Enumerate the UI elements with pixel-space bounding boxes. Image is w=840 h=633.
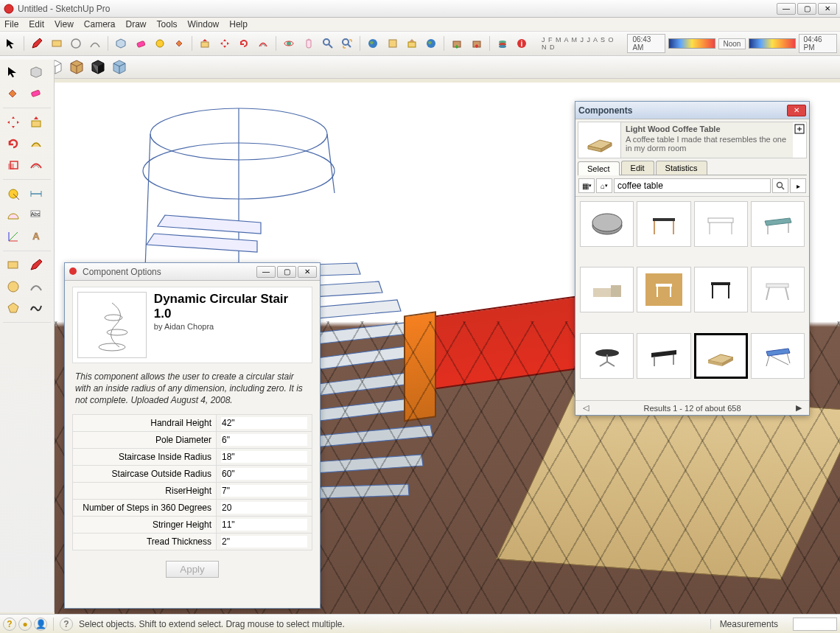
- time-evening[interactable]: 04:46 PM: [799, 34, 837, 53]
- arc-sidebar-icon[interactable]: [26, 277, 46, 296]
- select-icon[interactable]: [3, 63, 24, 82]
- maximize-button[interactable]: ▢: [797, 3, 816, 15]
- option-input[interactable]: [221, 519, 307, 531]
- place-model-icon[interactable]: [404, 35, 420, 52]
- result-thumbnail[interactable]: [751, 201, 805, 247]
- status-icon-2[interactable]: ●: [18, 618, 32, 631]
- followme-icon[interactable]: [26, 134, 46, 153]
- measurements-input[interactable]: [793, 618, 837, 631]
- pushpull-sidebar-icon[interactable]: [26, 113, 46, 132]
- menu-help[interactable]: Help: [229, 19, 248, 29]
- option-input[interactable]: [221, 536, 307, 548]
- forward-button[interactable]: ▸: [790, 178, 806, 193]
- result-thumbnail[interactable]: [580, 333, 634, 379]
- eraser-sidebar-icon[interactable]: [26, 84, 46, 103]
- menu-camera[interactable]: Camera: [84, 19, 116, 29]
- tape-sidebar-icon[interactable]: [3, 184, 24, 203]
- menu-draw[interactable]: Draw: [126, 19, 147, 29]
- result-thumbnail[interactable]: [637, 201, 690, 247]
- time-morning[interactable]: 06:43 AM: [627, 34, 665, 53]
- search-button[interactable]: [772, 178, 788, 193]
- panel-minimize-button[interactable]: —: [256, 266, 276, 278]
- result-thumbnail[interactable]: [751, 267, 805, 312]
- pan-icon[interactable]: [300, 35, 316, 52]
- option-input[interactable]: [221, 468, 307, 480]
- option-input[interactable]: [221, 502, 307, 514]
- tab-select[interactable]: Select: [578, 161, 620, 175]
- style-shaded-icon[interactable]: [67, 57, 86, 77]
- rotate-sidebar-icon[interactable]: [3, 134, 24, 153]
- component-icon[interactable]: [113, 35, 129, 52]
- axes-icon[interactable]: [3, 227, 24, 246]
- option-input[interactable]: [221, 485, 307, 497]
- rotate-icon[interactable]: [236, 35, 252, 52]
- arc-tool-icon[interactable]: [87, 35, 103, 52]
- circle-sidebar-icon[interactable]: [3, 277, 24, 296]
- status-icon-3[interactable]: 👤: [34, 618, 47, 631]
- freehand-icon[interactable]: [26, 298, 46, 318]
- 3dtext-icon[interactable]: A: [26, 227, 46, 246]
- circle-tool-icon[interactable]: [68, 35, 84, 52]
- polygon-icon[interactable]: [3, 298, 24, 318]
- view-mode-button[interactable]: ▦▾: [578, 178, 595, 193]
- rectangle-tool-icon[interactable]: [48, 35, 64, 52]
- menu-window[interactable]: Window: [188, 19, 220, 29]
- component-sidebar-icon[interactable]: [26, 63, 46, 82]
- pencil-tool-icon[interactable]: [29, 35, 45, 52]
- move-icon[interactable]: [216, 35, 232, 52]
- menu-edit[interactable]: Edit: [29, 19, 44, 29]
- move-sidebar-icon[interactable]: [3, 113, 24, 132]
- result-thumbnail[interactable]: [637, 333, 690, 379]
- style-xray-icon[interactable]: [110, 57, 129, 77]
- tab-edit[interactable]: Edit: [621, 161, 654, 175]
- menu-tools[interactable]: Tools: [157, 19, 178, 29]
- scale-icon[interactable]: [3, 155, 24, 175]
- result-thumbnail[interactable]: [637, 267, 690, 312]
- result-thumbnail[interactable]: [694, 267, 748, 312]
- option-input[interactable]: [221, 434, 307, 446]
- offset-sidebar-icon[interactable]: [26, 155, 46, 175]
- select-tool-icon[interactable]: [3, 35, 19, 52]
- tape-measure-icon[interactable]: [152, 35, 168, 52]
- paint-icon[interactable]: [3, 84, 24, 103]
- panel-maximize-button[interactable]: ▢: [277, 266, 296, 278]
- offset-icon[interactable]: [255, 35, 271, 52]
- line-sidebar-icon[interactable]: [26, 256, 46, 275]
- style-monochrome-icon[interactable]: [88, 57, 108, 77]
- layers-icon[interactable]: [494, 35, 511, 52]
- time-slider[interactable]: [668, 38, 715, 49]
- expand-button[interactable]: [793, 122, 806, 158]
- components-close-button[interactable]: ✕: [787, 105, 806, 116]
- zoom-icon[interactable]: [320, 35, 336, 52]
- toggle-terrain-icon[interactable]: [384, 35, 400, 52]
- status-icon-1[interactable]: ?: [3, 618, 16, 631]
- dimension-icon[interactable]: [26, 184, 46, 203]
- help-icon[interactable]: ?: [60, 618, 73, 631]
- time-slider-2[interactable]: [749, 38, 795, 49]
- result-thumbnail[interactable]: [580, 201, 634, 247]
- home-button[interactable]: ⌂▾: [596, 178, 612, 193]
- result-thumbnail[interactable]: [751, 333, 805, 379]
- pushpull-icon[interactable]: [197, 35, 213, 52]
- result-thumbnail[interactable]: [694, 333, 748, 379]
- panel-close-button[interactable]: ✕: [298, 266, 317, 278]
- earth2-icon[interactable]: [423, 35, 439, 52]
- prev-page-button[interactable]: ◁: [580, 403, 592, 413]
- text-icon[interactable]: Abc: [26, 206, 46, 225]
- menu-file[interactable]: File: [4, 19, 18, 29]
- apply-button[interactable]: Apply: [166, 561, 218, 578]
- menu-view[interactable]: View: [55, 19, 74, 29]
- option-input[interactable]: [221, 417, 307, 429]
- result-thumbnail[interactable]: [580, 267, 634, 312]
- earth-icon[interactable]: [365, 35, 381, 52]
- minimize-button[interactable]: —: [777, 3, 796, 15]
- paint-bucket-icon[interactable]: [171, 35, 187, 52]
- rect-sidebar-icon[interactable]: [3, 256, 24, 275]
- protractor-icon[interactable]: [3, 206, 24, 225]
- option-input[interactable]: [221, 451, 307, 463]
- warehouse-share-icon[interactable]: [468, 35, 484, 52]
- warehouse-get-icon[interactable]: [449, 35, 465, 52]
- close-button[interactable]: ✕: [818, 3, 837, 15]
- eraser-icon[interactable]: [132, 35, 148, 52]
- orbit-icon[interactable]: [281, 35, 297, 52]
